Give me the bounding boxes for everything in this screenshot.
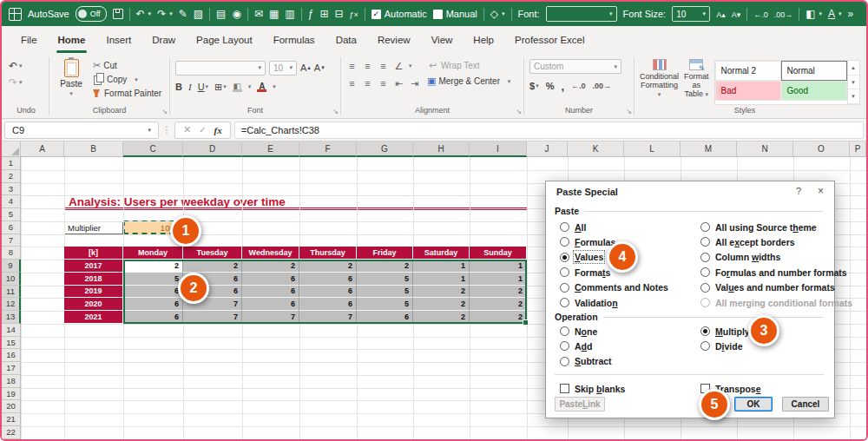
cancel-button[interactable]: Cancel: [782, 397, 829, 411]
cell-I9[interactable]: 1: [470, 260, 527, 273]
insert-function-icon[interactable]: fx: [214, 125, 222, 135]
radio-column-widths[interactable]: Column widths: [700, 252, 780, 263]
formula-input[interactable]: =Calc_Charts!C38: [234, 122, 864, 139]
column-header-F[interactable]: F: [299, 142, 357, 157]
increase-indent-button[interactable]: ⇥: [409, 78, 420, 89]
gallery-expand-icon[interactable]: ▼: [848, 89, 859, 104]
cell-B8[interactable]: [k]: [64, 247, 123, 260]
year-cell-2017[interactable]: 2017: [64, 260, 123, 273]
row-header-6[interactable]: 6: [2, 221, 21, 234]
font-size-dropdown[interactable]: 10▾: [672, 6, 710, 22]
row-header-13[interactable]: 13: [2, 311, 21, 324]
select-all-button[interactable]: [2, 142, 21, 157]
shrink-font-icon[interactable]: [732, 9, 741, 19]
column-header-M[interactable]: M: [681, 142, 737, 157]
cell-F12[interactable]: 6: [299, 298, 357, 311]
radio-multiply[interactable]: Multiply: [700, 326, 750, 337]
mail-icon[interactable]: [254, 9, 263, 19]
cell-H11[interactable]: 2: [413, 286, 470, 299]
radio-all[interactable]: All: [560, 221, 586, 233]
center-button[interactable]: ≡: [362, 78, 373, 89]
gallery-up-icon[interactable]: ▲: [848, 61, 859, 76]
cancel-icon[interactable]: ✕: [183, 124, 191, 135]
radio-formulas-and-number-formats[interactable]: Formulas and number formats: [700, 267, 847, 278]
merge-center-button[interactable]: ▣Merge & Center ▾: [427, 75, 510, 88]
wrap-text-button[interactable]: ↩Wrap Text: [427, 59, 510, 72]
format-painter-icon[interactable]: [194, 9, 203, 19]
document-icon[interactable]: [216, 9, 226, 19]
column-header-C[interactable]: C: [123, 142, 183, 157]
number-format-select[interactable]: Custom▾: [529, 59, 621, 74]
row-header-22[interactable]: 22: [2, 426, 21, 439]
cell-G9[interactable]: 2: [357, 260, 413, 273]
cell-I11[interactable]: 2: [470, 286, 527, 299]
undo-button[interactable]: ▾: [9, 59, 23, 73]
radio-none[interactable]: None: [560, 326, 597, 337]
font-name-select[interactable]: ▾: [175, 61, 266, 76]
clipboard-dialog-launcher[interactable]: ↘: [161, 108, 168, 115]
cell-I13[interactable]: 2: [470, 311, 527, 324]
day-header-friday[interactable]: Friday: [357, 247, 413, 260]
day-header-tuesday[interactable]: Tuesday: [183, 247, 242, 260]
undo-dropdown-icon[interactable]: ▾: [148, 10, 152, 17]
more-commands-icon[interactable]: [848, 9, 854, 19]
column-header-K[interactable]: K: [568, 142, 624, 157]
cell-E10[interactable]: 6: [242, 273, 299, 286]
year-cell-2020[interactable]: 2020: [64, 298, 123, 311]
manual-calc-checkbox[interactable]: Manual: [433, 9, 477, 19]
paste-link-button[interactable]: Paste Link: [555, 397, 605, 411]
day-header-monday[interactable]: Monday: [123, 247, 183, 260]
tab-home[interactable]: Home: [48, 26, 96, 55]
column-header-L[interactable]: L: [624, 142, 681, 157]
orientation-button[interactable]: ∠: [393, 61, 404, 72]
align-right-button[interactable]: ≡: [378, 78, 389, 89]
cell-H12[interactable]: 2: [413, 298, 470, 311]
cell-H9[interactable]: 1: [413, 260, 470, 273]
gallery-down-icon[interactable]: ▼: [848, 76, 859, 90]
day-header-wednesday[interactable]: Wednesday: [242, 247, 299, 260]
accounting-format-button[interactable]: $▾: [529, 81, 539, 91]
save-icon[interactable]: [113, 9, 123, 19]
table-icon[interactable]: [269, 9, 279, 19]
row-header-4[interactable]: 4: [2, 195, 21, 208]
decrease-indent-button[interactable]: ⇤: [393, 78, 404, 89]
day-header-saturday[interactable]: Saturday: [413, 247, 470, 260]
row-header-12[interactable]: 12: [2, 298, 21, 311]
print-icon[interactable]: [285, 9, 294, 19]
cell-D9[interactable]: 2: [183, 260, 242, 273]
tab-formulas[interactable]: Formulas: [263, 26, 326, 55]
draw-icon[interactable]: [179, 9, 187, 19]
increase-decimal-icon[interactable]: [753, 9, 768, 19]
top-align-button[interactable]: ≡: [346, 63, 358, 69]
radio-subtract[interactable]: Subtract: [560, 356, 612, 367]
paste-button[interactable]: Paste ▾: [55, 59, 88, 105]
conditional-formatting-button[interactable]: ConditionalFormatting ▾: [640, 59, 679, 105]
cell-I12[interactable]: 2: [470, 298, 527, 311]
row-header-20[interactable]: 20: [2, 400, 21, 413]
copy-button[interactable]: Copy ▾: [93, 73, 161, 86]
radio-formats[interactable]: Formats: [560, 267, 610, 278]
row-header-18[interactable]: 18: [2, 375, 21, 388]
row-header-16[interactable]: 16: [2, 349, 21, 362]
format-as-table-button[interactable]: Format asTable ▾: [684, 59, 709, 105]
style-bad[interactable]: Bad: [715, 81, 781, 101]
automatic-calc-checkbox[interactable]: ✓ Automatic: [372, 9, 427, 19]
bottom-align-button[interactable]: ≡: [378, 58, 389, 74]
radio-formulas[interactable]: Formulas: [560, 236, 615, 247]
column-header-H[interactable]: H: [413, 142, 470, 157]
row-header-7[interactable]: 7: [2, 234, 21, 247]
cell-G10[interactable]: 5: [357, 273, 413, 286]
row-header-21[interactable]: 21: [2, 413, 21, 426]
row-header-9[interactable]: 9: [2, 260, 21, 273]
column-header-G[interactable]: G: [357, 142, 413, 157]
day-header-thursday[interactable]: Thursday: [299, 247, 357, 260]
fill-color-icon[interactable]: [806, 9, 815, 19]
tab-review[interactable]: Review: [367, 26, 421, 55]
year-cell-2021[interactable]: 2021: [64, 311, 123, 324]
record-icon[interactable]: [232, 9, 240, 19]
row-header-1[interactable]: 1: [2, 157, 21, 170]
column-header-I[interactable]: I: [470, 142, 527, 157]
column-header-N[interactable]: N: [737, 142, 793, 157]
cell-C12[interactable]: 6: [123, 298, 183, 311]
radio-values-and-number-formats[interactable]: Values and number formats: [700, 282, 835, 293]
